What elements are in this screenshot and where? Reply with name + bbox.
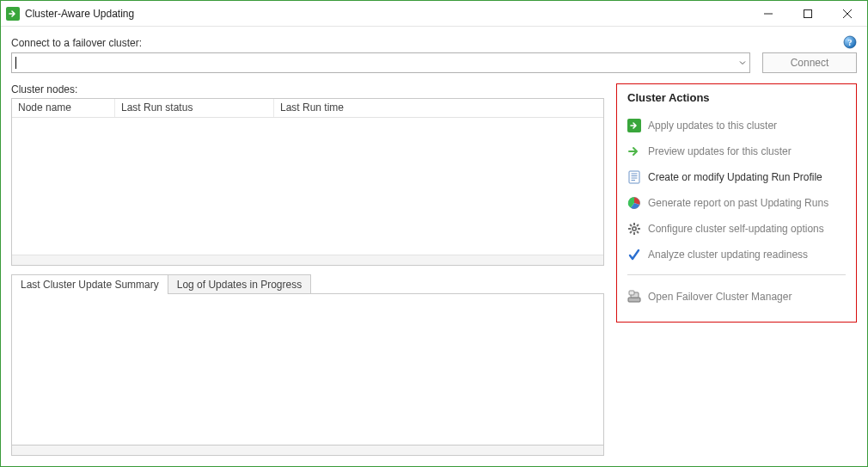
svg-rect-21: [628, 298, 640, 302]
action-label: Open Failover Cluster Manager: [648, 291, 792, 303]
action-create-profile[interactable]: Create or modify Updating Run Profile: [627, 164, 846, 190]
cluster-actions-panel: Cluster Actions Apply updates to this cl…: [616, 83, 857, 323]
failover-manager-icon: [627, 290, 641, 304]
mid-row: Cluster nodes: Node name Last Run status…: [11, 83, 857, 456]
tabs-block: Last Cluster Update Summary Log of Updat…: [11, 274, 604, 456]
tab-strip: Last Cluster Update Summary Log of Updat…: [11, 274, 604, 294]
preview-updates-icon: [627, 144, 641, 158]
action-generate-report[interactable]: Generate report on past Updating Runs: [627, 190, 846, 216]
svg-line-17: [637, 231, 639, 233]
action-label: Analyze cluster updating readiness: [648, 249, 808, 261]
svg-rect-23: [629, 291, 634, 295]
window-title: Cluster-Aware Updating: [25, 8, 134, 20]
svg-rect-5: [629, 171, 639, 183]
configure-icon: [627, 222, 641, 236]
window-controls: [749, 1, 867, 26]
svg-point-20: [633, 228, 636, 230]
action-open-failover-manager[interactable]: Open Failover Cluster Manager: [627, 284, 846, 310]
connect-button[interactable]: Connect: [762, 52, 857, 73]
grid-body: [12, 118, 603, 255]
tab-status-strip: [11, 445, 604, 456]
grid-header: Node name Last Run status Last Run time: [12, 99, 603, 118]
connect-block: Connect to a failover cluster:: [11, 37, 750, 73]
report-icon: [627, 196, 641, 210]
window-root: Cluster-Aware Updating: [0, 0, 868, 467]
text-caret: [15, 57, 16, 69]
tab-last-summary[interactable]: Last Cluster Update Summary: [11, 274, 168, 294]
title-bar: Cluster-Aware Updating: [1, 1, 867, 27]
grid-status-strip: [12, 255, 603, 265]
tab-log-progress[interactable]: Log of Updates in Progress: [168, 274, 311, 294]
left-column: Cluster nodes: Node name Last Run status…: [11, 83, 604, 456]
action-label: Preview updates for this cluster: [648, 145, 792, 157]
connect-label: Connect to a failover cluster:: [11, 37, 750, 49]
maximize-button[interactable]: [788, 1, 828, 26]
action-label: Configure cluster self-updating options: [648, 223, 824, 235]
action-label: Apply updates to this cluster: [648, 120, 777, 132]
apply-updates-icon: [627, 119, 641, 132]
column-header-node-name[interactable]: Node name: [12, 99, 115, 117]
action-preview-updates[interactable]: Preview updates for this cluster: [627, 138, 846, 164]
action-label: Generate report on past Updating Runs: [648, 197, 828, 209]
svg-line-16: [630, 224, 632, 226]
cluster-actions-title: Cluster Actions: [627, 91, 846, 104]
body-area: ? Connect to a failover cluster: Connect: [1, 27, 867, 466]
minimize-button[interactable]: [749, 1, 788, 26]
svg-rect-1: [804, 9, 812, 17]
cluster-nodes-grid: Node name Last Run status Last Run time: [11, 98, 604, 266]
cluster-combo-input[interactable]: [11, 52, 750, 73]
tab-label: Last Cluster Update Summary: [21, 279, 159, 291]
action-apply-updates[interactable]: Apply updates to this cluster: [627, 113, 846, 138]
tab-panel: [11, 293, 604, 445]
profile-icon: [627, 170, 641, 184]
svg-text:?: ?: [848, 38, 853, 47]
tab-label: Log of Updates in Progress: [177, 279, 302, 291]
svg-line-19: [637, 224, 639, 226]
help-icon[interactable]: ?: [843, 35, 857, 49]
column-header-last-status[interactable]: Last Run status: [115, 99, 274, 117]
app-icon: [6, 7, 20, 21]
action-analyze-readiness[interactable]: Analyze cluster updating readiness: [627, 242, 846, 267]
connect-button-label: Connect: [791, 57, 829, 69]
column-header-last-time[interactable]: Last Run time: [274, 99, 603, 117]
chevron-down-icon[interactable]: [739, 58, 746, 68]
action-label: Create or modify Updating Run Profile: [648, 171, 822, 183]
svg-line-18: [630, 231, 632, 233]
cluster-nodes-label: Cluster nodes:: [11, 83, 604, 95]
close-button[interactable]: [828, 1, 867, 26]
actions-separator: [627, 274, 846, 275]
action-configure-self-updating[interactable]: Configure cluster self-updating options: [627, 216, 846, 242]
analyze-icon: [627, 248, 641, 261]
connect-row: Connect to a failover cluster: Connect: [11, 37, 857, 73]
